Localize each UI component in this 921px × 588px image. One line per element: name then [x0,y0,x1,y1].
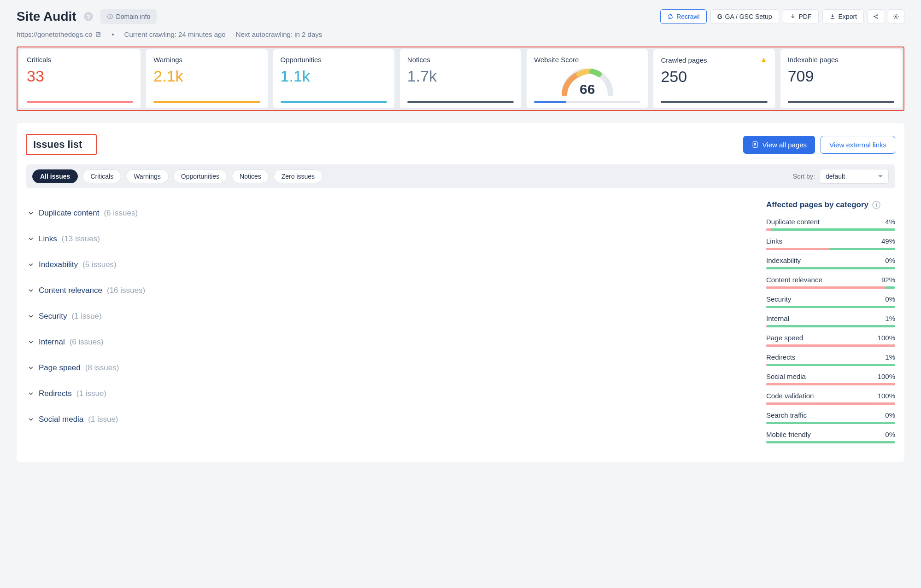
card-label: Crawled pages ▲ [661,56,767,64]
filter-pill-criticals[interactable]: Criticals [82,169,121,183]
download-icon [829,13,836,20]
category-pct: 100% [878,392,895,400]
issue-row[interactable]: Security (1 issue) [26,303,739,329]
category-row[interactable]: Mobile friendly0% [766,431,895,443]
category-row[interactable]: Internal1% [766,314,895,327]
category-row[interactable]: Content relevance92% [766,276,895,289]
settings-button[interactable] [888,9,904,24]
category-row[interactable]: Redirects1% [766,353,895,366]
category-row[interactable]: Duplicate content4% [766,218,895,231]
filter-pill-notices[interactable]: Notices [232,169,269,183]
category-row[interactable]: Social media100% [766,373,895,385]
card-label: Opportunities [281,56,387,64]
card-opportunities[interactable]: Opportunities 1.1k [273,49,394,108]
issues-panel: Issues list View all pages View external… [17,123,904,462]
issue-row[interactable]: Internal (6 issues) [26,329,739,355]
sort-by-label: Sort by: [793,173,815,180]
card-value: 33 [27,68,133,84]
card-label: Notices [407,56,514,64]
category-row[interactable]: Indexability0% [766,256,895,269]
card-value: 2.1k [153,68,260,84]
affected-sidebar: Affected pages by category i Duplicate c… [766,200,895,443]
category-name: Social media [766,373,806,380]
category-name: Internal [766,314,789,322]
issue-count: (6 issues) [104,209,138,218]
info-icon[interactable]: i [872,201,880,209]
category-bar [766,344,895,347]
category-name: Indexability [766,256,801,264]
filter-pill-warnings[interactable]: Warnings [126,169,169,183]
issue-count: (1 issue) [76,389,106,398]
recrawl-button[interactable]: Recrawl [660,9,707,24]
card-value: 1.1k [281,68,387,84]
category-pct: 0% [885,431,895,438]
issue-row[interactable]: Redirects (1 issue) [26,381,739,407]
chevron-down-icon [28,262,34,268]
category-row[interactable]: Search traffic0% [766,411,895,424]
category-pct: 0% [885,256,895,264]
sparkline [407,101,514,103]
category-bar [766,267,895,269]
card-criticals[interactable]: Criticals 33 [19,49,141,108]
gear-icon [893,13,899,20]
category-bar [766,441,895,443]
category-row[interactable]: Links49% [766,237,895,250]
sort-select[interactable]: default [820,169,889,184]
sparkline [661,101,767,103]
filter-pill-zero-issues[interactable]: Zero issues [274,169,323,183]
recrawl-label: Recrawl [676,13,700,20]
issue-row[interactable]: Links (13 issues) [26,226,739,252]
issue-count: (1 issue) [71,312,101,321]
card-indexable-pages[interactable]: Indexable pages 709 [780,49,902,108]
issue-name: Links [39,234,57,244]
card-website-score[interactable]: Website Score 66 [527,49,648,108]
help-icon[interactable]: ? [84,12,93,21]
issue-row[interactable]: Content relevance (16 issues) [26,278,739,303]
view-external-links-button[interactable]: View external links [821,136,895,154]
filter-pill-opportunities[interactable]: Opportunities [173,169,227,183]
export-button[interactable]: Export [822,9,864,24]
filter-pill-all-issues[interactable]: All issues [32,169,78,183]
site-url: https://gonetothedogs.co [17,30,92,38]
category-name: Page speed [766,334,803,342]
pages-icon [751,141,759,148]
card-crawled-pages[interactable]: Crawled pages ▲ 250 [653,49,774,108]
chevron-down-icon [28,365,34,371]
issue-row[interactable]: Indexability (5 issues) [26,252,739,278]
issue-row[interactable]: Duplicate content (6 issues) [26,200,739,226]
category-row[interactable]: Code validation100% [766,392,895,405]
category-bar [766,422,895,424]
category-pct: 92% [881,276,895,284]
score-gauge: 66 [560,69,615,96]
category-bar [766,325,895,327]
issues-filter-bar: All issuesCriticalsWarningsOpportunities… [26,164,895,188]
svg-rect-2 [110,15,110,16]
category-row[interactable]: Security0% [766,295,895,308]
category-pct: 1% [885,353,895,361]
pdf-label: PDF [799,13,812,20]
card-notices[interactable]: Notices 1.7k [400,49,521,108]
category-pct: 100% [878,373,895,380]
card-label-text: Crawled pages [661,56,707,64]
chevron-down-icon [28,416,34,423]
issue-row[interactable]: Social media (1 issue) [26,407,739,432]
chevron-down-icon [28,236,34,242]
next-crawl: Next autocrawling: in 2 days [236,30,323,38]
category-name: Mobile friendly [766,431,811,438]
pdf-button[interactable]: PDF [783,9,819,24]
view-all-pages-button[interactable]: View all pages [743,136,815,154]
category-row[interactable]: Page speed100% [766,334,895,347]
sparkline [153,101,260,103]
issue-count: (16 issues) [107,286,145,295]
ga-gsc-button[interactable]: G GA / GSC Setup [710,9,779,24]
issue-count: (6 issues) [70,338,104,347]
issue-count: (8 issues) [85,363,119,373]
share-button[interactable] [868,9,884,24]
category-pct: 1% [885,314,895,322]
domain-info-button[interactable]: Domain info [100,9,157,24]
site-url-link[interactable]: https://gonetothedogs.co [17,30,101,38]
share-icon [873,13,879,20]
card-warnings[interactable]: Warnings 2.1k [146,49,267,108]
issue-row[interactable]: Page speed (8 issues) [26,355,739,381]
crawl-status: Current crawling: 24 minutes ago [111,30,225,38]
